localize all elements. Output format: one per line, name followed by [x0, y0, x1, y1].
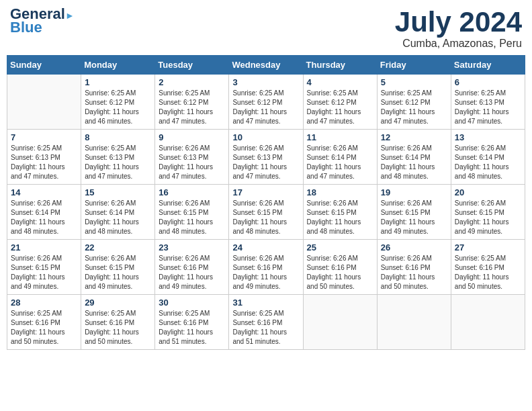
calendar-day-cell: 7Sunrise: 6:25 AMSunset: 6:13 PMDaylight… [7, 130, 81, 185]
day-info: Sunrise: 6:26 AMSunset: 6:16 PMDaylight:… [307, 254, 373, 291]
calendar-day-cell: 21Sunrise: 6:26 AMSunset: 6:15 PMDayligh… [7, 240, 81, 295]
day-number: 13 [455, 132, 521, 142]
calendar-header-row: SundayMondayTuesdayWednesdayThursdayFrid… [7, 56, 525, 75]
day-number: 21 [11, 242, 77, 253]
calendar-day-cell: 15Sunrise: 6:26 AMSunset: 6:14 PMDayligh… [81, 185, 155, 240]
calendar-day-cell [377, 295, 451, 350]
calendar-day-header: Tuesday [155, 56, 229, 75]
day-info: Sunrise: 6:26 AMSunset: 6:14 PMDaylight:… [307, 144, 373, 181]
day-number: 17 [232, 187, 299, 197]
calendar-day-cell: 14Sunrise: 6:26 AMSunset: 6:14 PMDayligh… [7, 185, 81, 240]
day-number: 2 [159, 77, 225, 87]
day-info: Sunrise: 6:25 AMSunset: 6:12 PMDaylight:… [85, 89, 151, 126]
calendar-day-cell: 23Sunrise: 6:26 AMSunset: 6:16 PMDayligh… [155, 240, 229, 295]
calendar-day-cell: 30Sunrise: 6:25 AMSunset: 6:16 PMDayligh… [155, 295, 229, 350]
day-number: 7 [11, 132, 77, 142]
day-number: 22 [85, 242, 151, 253]
calendar-day-cell: 11Sunrise: 6:26 AMSunset: 6:14 PMDayligh… [303, 130, 377, 185]
day-number: 18 [307, 187, 373, 197]
calendar-day-cell: 6Sunrise: 6:25 AMSunset: 6:13 PMDaylight… [451, 75, 525, 130]
calendar-day-header: Thursday [303, 56, 377, 75]
calendar-day-header: Saturday [451, 56, 525, 75]
day-number: 15 [85, 187, 151, 197]
calendar-day-cell: 19Sunrise: 6:26 AMSunset: 6:15 PMDayligh… [377, 185, 451, 240]
day-info: Sunrise: 6:25 AMSunset: 6:12 PMDaylight:… [307, 89, 373, 126]
calendar-day-cell: 16Sunrise: 6:26 AMSunset: 6:15 PMDayligh… [155, 185, 229, 240]
day-number: 29 [85, 298, 151, 308]
day-info: Sunrise: 6:26 AMSunset: 6:16 PMDaylight:… [159, 254, 225, 291]
day-number: 5 [381, 77, 447, 87]
day-info: Sunrise: 6:26 AMSunset: 6:14 PMDaylight:… [381, 144, 447, 181]
page-header: General► Blue July 2024 Cumba, Amazonas,… [7, 7, 525, 50]
day-info: Sunrise: 6:26 AMSunset: 6:15 PMDaylight:… [232, 199, 299, 236]
day-info: Sunrise: 6:26 AMSunset: 6:15 PMDaylight:… [455, 199, 521, 236]
calendar-day-cell: 27Sunrise: 6:25 AMSunset: 6:16 PMDayligh… [451, 240, 525, 295]
calendar-day-cell: 26Sunrise: 6:26 AMSunset: 6:16 PMDayligh… [377, 240, 451, 295]
calendar-day-cell: 25Sunrise: 6:26 AMSunset: 6:16 PMDayligh… [303, 240, 377, 295]
calendar-day-cell [451, 295, 525, 350]
day-info: Sunrise: 6:26 AMSunset: 6:14 PMDaylight:… [85, 199, 151, 236]
day-number: 3 [232, 77, 299, 87]
month-year-title: July 2024 [395, 7, 522, 38]
day-number: 28 [11, 298, 77, 308]
day-info: Sunrise: 6:25 AMSunset: 6:16 PMDaylight:… [11, 309, 77, 347]
calendar-day-cell: 8Sunrise: 6:25 AMSunset: 6:13 PMDaylight… [81, 130, 155, 185]
calendar-day-cell: 10Sunrise: 6:26 AMSunset: 6:13 PMDayligh… [229, 130, 303, 185]
location-subtitle: Cumba, Amazonas, Peru [395, 38, 522, 50]
day-info: Sunrise: 6:26 AMSunset: 6:15 PMDaylight:… [381, 199, 447, 236]
calendar-day-cell: 9Sunrise: 6:26 AMSunset: 6:13 PMDaylight… [155, 130, 229, 185]
day-number: 9 [159, 132, 225, 142]
day-number: 11 [307, 132, 373, 142]
calendar-week-row: 7Sunrise: 6:25 AMSunset: 6:13 PMDaylight… [7, 130, 525, 185]
day-number: 8 [85, 132, 151, 142]
calendar-day-cell: 31Sunrise: 6:25 AMSunset: 6:16 PMDayligh… [229, 295, 303, 350]
calendar-day-header: Wednesday [229, 56, 303, 75]
day-number: 31 [232, 298, 299, 308]
day-number: 27 [455, 242, 521, 253]
day-info: Sunrise: 6:26 AMSunset: 6:14 PMDaylight:… [455, 144, 521, 181]
day-info: Sunrise: 6:26 AMSunset: 6:15 PMDaylight:… [85, 254, 151, 291]
logo: General► Blue [10, 7, 75, 35]
day-info: Sunrise: 6:25 AMSunset: 6:12 PMDaylight:… [232, 89, 299, 126]
day-info: Sunrise: 6:25 AMSunset: 6:13 PMDaylight:… [11, 144, 77, 181]
day-info: Sunrise: 6:26 AMSunset: 6:15 PMDaylight:… [11, 254, 77, 291]
calendar-week-row: 28Sunrise: 6:25 AMSunset: 6:16 PMDayligh… [7, 295, 525, 350]
calendar-week-row: 21Sunrise: 6:26 AMSunset: 6:15 PMDayligh… [7, 240, 525, 295]
day-number: 25 [307, 242, 373, 253]
day-number: 12 [381, 132, 447, 142]
day-number: 23 [159, 242, 225, 253]
day-info: Sunrise: 6:26 AMSunset: 6:13 PMDaylight:… [159, 144, 225, 181]
day-number: 10 [232, 132, 299, 142]
day-info: Sunrise: 6:25 AMSunset: 6:16 PMDaylight:… [85, 309, 151, 347]
day-info: Sunrise: 6:26 AMSunset: 6:16 PMDaylight:… [232, 254, 299, 291]
day-number: 20 [455, 187, 521, 197]
calendar-day-header: Monday [81, 56, 155, 75]
day-info: Sunrise: 6:26 AMSunset: 6:13 PMDaylight:… [232, 144, 299, 181]
day-number: 14 [11, 187, 77, 197]
calendar-day-cell: 3Sunrise: 6:25 AMSunset: 6:12 PMDaylight… [229, 75, 303, 130]
calendar-day-cell: 1Sunrise: 6:25 AMSunset: 6:12 PMDaylight… [81, 75, 155, 130]
logo-blue: Blue [10, 20, 75, 35]
day-info: Sunrise: 6:25 AMSunset: 6:13 PMDaylight:… [455, 89, 521, 126]
calendar-day-cell: 29Sunrise: 6:25 AMSunset: 6:16 PMDayligh… [81, 295, 155, 350]
day-info: Sunrise: 6:26 AMSunset: 6:14 PMDaylight:… [11, 199, 77, 236]
day-number: 16 [159, 187, 225, 197]
title-section: July 2024 Cumba, Amazonas, Peru [395, 7, 522, 50]
day-number: 30 [159, 298, 225, 308]
day-info: Sunrise: 6:26 AMSunset: 6:16 PMDaylight:… [381, 254, 447, 291]
day-number: 1 [85, 77, 151, 87]
calendar-week-row: 1Sunrise: 6:25 AMSunset: 6:12 PMDaylight… [7, 75, 525, 130]
calendar-day-cell: 24Sunrise: 6:26 AMSunset: 6:16 PMDayligh… [229, 240, 303, 295]
day-info: Sunrise: 6:26 AMSunset: 6:15 PMDaylight:… [307, 199, 373, 236]
calendar-day-cell: 4Sunrise: 6:25 AMSunset: 6:12 PMDaylight… [303, 75, 377, 130]
day-number: 26 [381, 242, 447, 253]
calendar-day-cell: 5Sunrise: 6:25 AMSunset: 6:12 PMDaylight… [377, 75, 451, 130]
calendar-day-cell: 20Sunrise: 6:26 AMSunset: 6:15 PMDayligh… [451, 185, 525, 240]
calendar-day-cell: 12Sunrise: 6:26 AMSunset: 6:14 PMDayligh… [377, 130, 451, 185]
calendar-day-cell: 17Sunrise: 6:26 AMSunset: 6:15 PMDayligh… [229, 185, 303, 240]
calendar-day-cell: 18Sunrise: 6:26 AMSunset: 6:15 PMDayligh… [303, 185, 377, 240]
calendar-day-cell [303, 295, 377, 350]
day-info: Sunrise: 6:25 AMSunset: 6:12 PMDaylight:… [159, 89, 225, 126]
calendar-day-cell [7, 75, 81, 130]
calendar-day-cell: 13Sunrise: 6:26 AMSunset: 6:14 PMDayligh… [451, 130, 525, 185]
